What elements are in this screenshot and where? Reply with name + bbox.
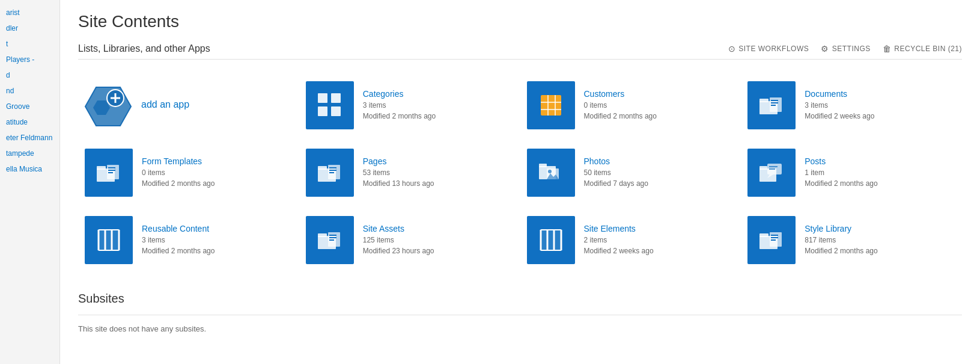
add-app-label[interactable]: add an app [141, 99, 189, 110]
form-templates-info: Form Templates 0 items Modified 2 months… [142, 156, 293, 189]
photos-info: Photos 50 items Modified 7 days ago [584, 156, 735, 189]
svg-rect-19 [771, 102, 778, 103]
site-elements-meta: 2 items Modified 2 weeks ago [584, 235, 735, 256]
site-assets-meta: 125 items Modified 23 hours ago [363, 235, 514, 256]
pages-icon [306, 149, 354, 197]
sidebar-item-8[interactable]: eter Feldmann [0, 130, 59, 146]
customers-icon [527, 81, 575, 129]
sidebar-item-4[interactable]: d [0, 67, 59, 83]
subsites-title: Subsites [78, 292, 962, 306]
settings-label: SETTINGS [832, 45, 871, 53]
settings-icon: ⚙ [821, 44, 829, 54]
sidebar-item-10[interactable]: ella Musica [0, 161, 59, 177]
section-title: Lists, Libraries, and other Apps [78, 43, 210, 54]
svg-rect-7 [331, 93, 341, 103]
add-app-item[interactable]: add an app [78, 72, 299, 139]
site-elements-info: Site Elements 2 items Modified 2 weeks a… [584, 224, 735, 256]
sidebar-item-7[interactable]: atitude [0, 114, 59, 130]
app-item-customers: Customers 0 items Modified 2 months ago [520, 72, 741, 139]
site-elements-name[interactable]: Site Elements [584, 224, 735, 233]
documents-name[interactable]: Documents [805, 89, 955, 99]
form-templates-name[interactable]: Form Templates [142, 156, 293, 166]
documents-icon [747, 81, 796, 129]
svg-rect-16 [759, 99, 768, 102]
sidebar-item-5[interactable]: nd [0, 83, 59, 99]
svg-point-36 [548, 170, 552, 173]
workflows-icon: ⊙ [728, 44, 736, 54]
header-actions: ⊙ SITE WORKFLOWS ⚙ SETTINGS 🗑 RECYCLE BI… [728, 44, 962, 54]
documents-info: Documents 3 items Modified 2 weeks ago [805, 89, 955, 122]
add-app-icon [84, 81, 132, 129]
svg-rect-20 [771, 105, 776, 106]
svg-rect-63 [759, 233, 768, 237]
photos-name[interactable]: Photos [584, 156, 735, 166]
svg-rect-31 [329, 170, 336, 171]
svg-rect-25 [108, 170, 115, 171]
customers-info: Customers 0 items Modified 2 months ago [584, 89, 735, 122]
site-workflows-action[interactable]: ⊙ SITE WORKFLOWS [728, 44, 809, 54]
settings-action[interactable]: ⚙ SETTINGS [821, 44, 871, 54]
svg-rect-32 [329, 172, 334, 173]
style-library-icon [747, 216, 796, 264]
svg-rect-65 [771, 235, 778, 236]
documents-meta: 3 items Modified 2 weeks ago [805, 100, 955, 122]
svg-rect-42 [769, 166, 778, 167]
svg-rect-51 [318, 233, 327, 237]
recycle-bin-label: RECYCLE BIN (21) [894, 45, 962, 53]
sidebar: arist dler t Players - d nd Groove atitu… [0, 0, 60, 364]
svg-rect-43 [769, 168, 775, 170]
site-assets-name[interactable]: Site Assets [363, 224, 514, 233]
svg-rect-54 [329, 237, 336, 238]
app-item-form-templates: Form Templates 0 items Modified 2 months… [78, 139, 299, 206]
app-item-site-elements: Site Elements 2 items Modified 2 weeks a… [520, 206, 741, 274]
recycle-bin-icon: 🗑 [883, 44, 892, 54]
subsites-empty-message: This site does not have any subsites. [78, 324, 962, 333]
svg-rect-67 [771, 239, 776, 241]
subsites-section: Subsites This site does not have any sub… [78, 292, 962, 333]
app-item-posts: Posts 1 item Modified 2 months ago [741, 139, 962, 206]
sidebar-item-9[interactable]: tampede [0, 146, 59, 161]
customers-name[interactable]: Customers [584, 89, 735, 99]
app-item-pages: Pages 53 items Modified 13 hours ago [299, 139, 520, 206]
sidebar-item-0[interactable]: arist [0, 5, 59, 20]
posts-icon [747, 149, 796, 197]
site-workflows-label: SITE WORKFLOWS [738, 45, 809, 53]
recycle-bin-action[interactable]: 🗑 RECYCLE BIN (21) [883, 44, 962, 54]
sidebar-item-3[interactable]: Players - [0, 52, 59, 67]
apps-grid: add an app Categories 3 items Mo [78, 72, 962, 274]
app-item-documents: Documents 3 items Modified 2 weeks ago [741, 72, 962, 139]
pages-meta: 53 items Modified 13 hours ago [363, 167, 514, 189]
svg-rect-28 [318, 166, 327, 170]
app-item-photos: Photos 50 items Modified 7 days ago [520, 139, 741, 206]
posts-name[interactable]: Posts [805, 156, 955, 166]
site-assets-info: Site Assets 125 items Modified 23 hours … [363, 224, 514, 256]
style-library-meta: 817 items Modified 2 months ago [805, 235, 955, 256]
sidebar-item-2[interactable]: t [0, 36, 59, 52]
style-library-name[interactable]: Style Library [805, 224, 955, 233]
site-elements-icon [527, 216, 575, 264]
site-assets-icon [306, 216, 354, 264]
pages-name[interactable]: Pages [363, 156, 514, 166]
form-templates-meta: 0 items Modified 2 months ago [142, 167, 293, 189]
style-library-info: Style Library 817 items Modified 2 month… [805, 224, 955, 256]
svg-rect-10 [541, 95, 561, 116]
section-header: Lists, Libraries, and other Apps ⊙ SITE … [78, 43, 962, 60]
svg-rect-55 [329, 239, 334, 241]
svg-rect-30 [329, 167, 336, 168]
categories-info: Categories 3 items Modified 2 months ago [363, 89, 514, 122]
svg-rect-56 [541, 230, 561, 250]
sidebar-item-1[interactable]: dler [0, 20, 59, 36]
categories-name[interactable]: Categories [363, 89, 514, 99]
reusable-content-name[interactable]: Reusable Content [142, 224, 293, 233]
page-title: Site Contents [78, 12, 962, 31]
svg-rect-24 [108, 167, 115, 168]
svg-rect-26 [108, 172, 113, 173]
svg-rect-6 [318, 93, 327, 103]
categories-meta: 3 items Modified 2 months ago [363, 100, 514, 122]
sidebar-item-6[interactable]: Groove [0, 99, 59, 114]
svg-rect-44 [99, 230, 119, 250]
photos-icon [527, 149, 575, 197]
svg-rect-22 [97, 166, 106, 170]
pages-info: Pages 53 items Modified 13 hours ago [363, 156, 514, 189]
reusable-content-icon [85, 216, 133, 264]
